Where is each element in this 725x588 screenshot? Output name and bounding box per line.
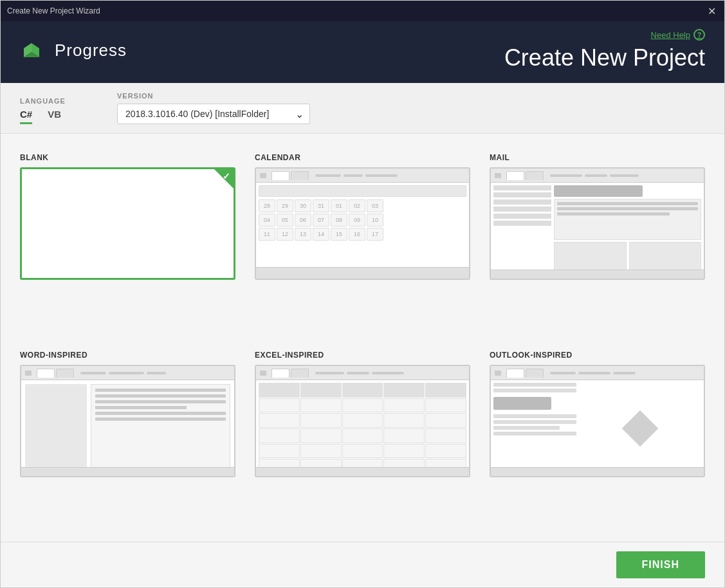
- excel-header-cell: [383, 383, 425, 398]
- cal-row-1: 28 29 30 31 01 02 03: [259, 199, 466, 212]
- menu-icon: [495, 371, 501, 376]
- help-icon: ?: [693, 29, 705, 41]
- excel-header-row: [259, 383, 466, 398]
- sketch-tab-1: [506, 369, 524, 378]
- sketch-tabs: [506, 369, 544, 378]
- outlook-line: [493, 426, 560, 430]
- outlook-line: [493, 432, 576, 436]
- toolbar-line-1: [315, 174, 341, 177]
- cal-cell: 17: [367, 228, 383, 241]
- cal-row-2: 04 05 06 07 08 09 10: [259, 214, 466, 226]
- excel-grid: [259, 383, 466, 473]
- excel-body: [256, 380, 469, 476]
- finish-button[interactable]: FINISH: [616, 551, 705, 578]
- template-outlook[interactable]: OUTLOOK-INSPIRED: [490, 351, 705, 529]
- word-line: [95, 394, 226, 398]
- toolbar-line: [550, 174, 582, 177]
- excel-header-cell: [342, 383, 383, 398]
- mail-header-bar: [554, 185, 642, 197]
- mail-row: [493, 185, 551, 190]
- excel-toolbar: [256, 366, 469, 380]
- cal-cell: 14: [313, 228, 329, 241]
- excel-header-cell: [425, 383, 466, 398]
- outlook-left-panel: [493, 383, 576, 473]
- outlook-right-panel: [579, 383, 701, 473]
- cal-cell: 28: [259, 199, 275, 212]
- outlook-body: [491, 380, 704, 476]
- title-bar: Create New Project Wizard ✕: [1, 1, 724, 21]
- excel-cell: [383, 398, 425, 413]
- cal-cell: 11: [259, 228, 275, 241]
- selected-checkmark: ✓: [213, 168, 235, 190]
- close-button[interactable]: ✕: [705, 5, 718, 17]
- need-help-label: Need Help: [651, 30, 690, 40]
- mail-right-panel: [554, 185, 701, 276]
- calendar-toolbar: [256, 169, 469, 183]
- menu-icon: [260, 173, 266, 178]
- mail-toolbar: [491, 169, 704, 183]
- content-line: [557, 207, 698, 210]
- word-line: [95, 389, 226, 392]
- need-help-link[interactable]: Need Help ?: [651, 29, 705, 41]
- cal-row-3: 11 12 13 14 15 16 17: [259, 228, 466, 241]
- cal-cell: 31: [313, 199, 329, 212]
- logo-area: Progress: [20, 37, 127, 64]
- wizard-window: Create New Project Wizard ✕ Progress Nee…: [0, 0, 725, 588]
- cal-cell: 08: [331, 214, 347, 226]
- sketch-tab-2: [56, 369, 74, 378]
- template-calendar[interactable]: CALENDAR: [255, 153, 470, 331]
- sketch-tab-1: [37, 369, 55, 378]
- excel-row: [259, 413, 466, 428]
- logo-text: Progress: [55, 41, 127, 60]
- menu-icon: [495, 173, 501, 178]
- sketch-tab-1: [506, 171, 524, 180]
- excel-cell: [383, 428, 425, 443]
- toolbar-line: [372, 372, 404, 374]
- version-select[interactable]: 2018.3.1016.40 (Dev) [InstallFolder]: [117, 104, 310, 124]
- mail-row: [493, 207, 551, 212]
- word-left-panel: [25, 384, 87, 472]
- tab-vb[interactable]: VB: [48, 109, 61, 124]
- excel-cell: [259, 413, 300, 428]
- template-word[interactable]: WORD-INSPIRED: [20, 351, 235, 529]
- toolbar-line: [585, 174, 607, 177]
- excel-cell: [342, 413, 383, 428]
- sketch-tab-2: [526, 171, 544, 180]
- calendar-body: 28 29 30 31 01 02 03 04 05: [256, 183, 469, 243]
- cal-cell: 12: [277, 228, 293, 241]
- excel-cell: [342, 428, 383, 443]
- excel-row: [259, 398, 466, 413]
- excel-cell: [383, 413, 425, 428]
- word-toolbar: [21, 366, 234, 380]
- cal-cell: 03: [367, 199, 383, 212]
- excel-cell: [300, 428, 342, 443]
- template-excel[interactable]: EXCEL-INSPIRED: [255, 351, 470, 529]
- template-word-preview: [20, 365, 235, 477]
- excel-row: [259, 428, 466, 443]
- toolbar-line: [315, 372, 344, 374]
- cal-cell: 16: [349, 228, 365, 241]
- sketch-tab-2: [291, 171, 309, 180]
- mail-row: [493, 221, 551, 226]
- cal-cell: 30: [295, 199, 311, 212]
- outlook-line: [493, 414, 576, 418]
- language-label: LANGUAGE: [20, 97, 66, 105]
- cal-cell: 13: [295, 228, 311, 241]
- cal-cell: 02: [349, 199, 365, 212]
- template-mail-label: MAIL: [490, 153, 705, 162]
- mail-body: [491, 183, 704, 279]
- toolbar-line: [109, 372, 144, 374]
- template-mail[interactable]: MAIL: [490, 153, 705, 331]
- cal-cell: 04: [259, 214, 275, 226]
- word-line: [95, 406, 187, 409]
- template-excel-preview: [255, 365, 470, 477]
- tab-csharp[interactable]: C#: [20, 109, 32, 124]
- language-tabs: C# VB: [20, 109, 66, 124]
- outlook-highlight: [493, 397, 551, 410]
- excel-cell: [425, 413, 466, 428]
- template-blank[interactable]: BLANK ✓: [20, 153, 235, 331]
- mail-left-panel: [493, 185, 551, 276]
- excel-cell: [259, 428, 300, 443]
- word-line: [95, 400, 226, 403]
- template-calendar-preview: 28 29 30 31 01 02 03 04 05: [255, 167, 470, 280]
